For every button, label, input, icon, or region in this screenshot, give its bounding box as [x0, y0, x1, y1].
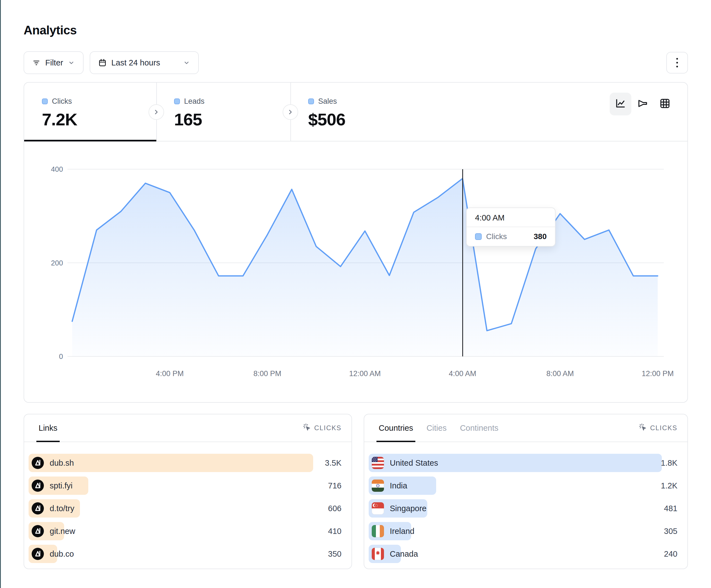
filter-button[interactable]: Filter [24, 51, 84, 74]
y-axis-tick: 200 [51, 259, 63, 267]
x-axis-tick: 4:00 PM [156, 369, 184, 378]
area-chart-svg: 02004004:00 PM8:00 PM12:00 AM4:00 AM8:00… [24, 141, 687, 402]
list-item[interactable]: d.to/try606 [28, 499, 342, 518]
x-axis-tick: 12:00 PM [642, 369, 674, 378]
list-item[interactable]: dub.co350 [28, 545, 342, 563]
stat-card-leads[interactable]: Leads 165 [156, 83, 290, 141]
x-axis-tick: 12:00 AM [349, 369, 381, 378]
flag-ca-icon [372, 548, 384, 560]
row-value: 716 [328, 481, 342, 490]
stat-label-text: Clicks [52, 97, 72, 106]
line-chart-icon [615, 97, 627, 111]
links-metric-selector[interactable]: CLICKS [303, 414, 342, 442]
tab-continents[interactable]: Continents [460, 414, 499, 442]
links-metric-label: CLICKS [314, 424, 342, 432]
links-list: dub.sh3.5Kspti.fyi716d.to/try606git.new4… [28, 454, 342, 567]
row-value: 1.2K [661, 481, 677, 490]
list-item[interactable]: dub.sh3.5K [28, 454, 342, 472]
cursor-click-icon [639, 423, 647, 433]
list-item[interactable]: Canada240 [369, 545, 677, 563]
cursor-click-icon [303, 423, 311, 433]
row-label: Ireland [390, 527, 414, 536]
links-panel: Links CLICKS dub.sh3.5Kspti.fyi716d.to/t… [24, 414, 352, 569]
funnel-chart-icon [637, 97, 649, 111]
clicks-chart[interactable]: 02004004:00 PM8:00 PM12:00 AM4:00 AM8:00… [24, 141, 687, 402]
dub-logo-icon [31, 548, 44, 560]
tab-links[interactable]: Links [39, 414, 58, 442]
flag-sg-icon [372, 502, 384, 515]
stat-value: 165 [174, 110, 290, 129]
countries-panel-header: CountriesCitiesContinents CLICKS [364, 414, 687, 442]
toolbar: Filter Last 24 hours [24, 51, 688, 74]
x-axis-tick: 8:00 AM [546, 369, 574, 378]
y-axis-tick: 400 [51, 165, 63, 173]
dub-logo-icon [31, 525, 44, 537]
analytics-page: Analytics Filter Last 24 hours [0, 0, 711, 588]
row-label: dub.co [50, 549, 74, 559]
flag-us-icon [372, 457, 384, 469]
more-options-button[interactable] [666, 52, 688, 73]
dub-logo-icon [31, 502, 44, 515]
tab-cities[interactable]: Cities [427, 414, 447, 442]
flag-ie-icon [372, 525, 384, 537]
tooltip-series: Clicks [486, 232, 529, 241]
table-view-button[interactable] [654, 93, 676, 115]
row-value: 606 [328, 504, 342, 513]
row-value: 240 [664, 549, 677, 559]
countries-panel: CountriesCitiesContinents CLICKS United … [364, 414, 688, 569]
row-label: Singapore [390, 504, 427, 513]
row-label: India [390, 481, 407, 490]
list-item[interactable]: United States1.8K [369, 454, 677, 472]
stat-card-clicks[interactable]: Clicks 7.2K [24, 83, 156, 141]
stat-label-text: Sales [318, 97, 337, 106]
date-range-button[interactable]: Last 24 hours [90, 51, 199, 74]
row-label: git.new [50, 527, 75, 536]
tooltip-time: 4:00 AM [467, 208, 555, 227]
row-value: 1.8K [661, 458, 677, 468]
filter-icon [32, 58, 41, 67]
stats-row: Clicks 7.2K Leads 165 Sales $506 [24, 83, 687, 141]
kebab-icon [676, 58, 678, 67]
stat-label: Leads [174, 97, 290, 106]
countries-tabs: CountriesCitiesContinents [379, 414, 512, 442]
chart-hover-line [462, 169, 463, 356]
table-grid-icon [659, 97, 671, 111]
tab-countries[interactable]: Countries [379, 414, 413, 442]
countries-metric-label: CLICKS [650, 424, 677, 432]
funnel-chart-view-button[interactable] [632, 93, 653, 115]
chevron-down-icon [67, 59, 75, 67]
row-label: d.to/try [50, 504, 74, 513]
row-label: Canada [390, 549, 418, 559]
sales-legend-chip-icon [308, 98, 314, 104]
y-axis-tick: 0 [59, 352, 63, 361]
expand-clicks-button[interactable] [149, 104, 164, 120]
stat-value: 7.2K [42, 110, 156, 129]
stat-label: Clicks [42, 97, 156, 106]
expand-leads-button[interactable] [283, 104, 298, 120]
list-item[interactable]: git.new410 [28, 522, 342, 540]
list-item[interactable]: Ireland305 [369, 522, 677, 540]
flag-in-icon [372, 479, 384, 492]
analytics-card: Clicks 7.2K Leads 165 Sales $506 [24, 82, 688, 403]
leads-legend-chip-icon [174, 98, 180, 104]
dub-logo-icon [31, 479, 44, 492]
chart-view-switcher [610, 93, 676, 115]
dub-logo-icon [31, 457, 44, 469]
countries-metric-selector[interactable]: CLICKS [639, 414, 677, 442]
tooltip-legend-chip-icon [475, 233, 482, 240]
links-panel-header: Links CLICKS [24, 414, 351, 442]
x-axis-tick: 8:00 PM [254, 369, 281, 378]
list-item[interactable]: spti.fyi716 [28, 476, 342, 495]
list-item[interactable]: Singapore481 [369, 499, 677, 518]
calendar-icon [98, 58, 107, 67]
line-chart-view-button[interactable] [610, 93, 631, 115]
chevron-down-icon [183, 59, 191, 67]
row-value: 350 [328, 549, 342, 559]
page-title: Analytics [24, 23, 77, 37]
list-item[interactable]: India1.2K [369, 476, 677, 495]
row-value: 481 [664, 504, 677, 513]
stat-label-text: Leads [184, 97, 204, 106]
x-axis-tick: 4:00 AM [449, 369, 476, 378]
tooltip-value: 380 [534, 232, 547, 241]
links-tabs: Links [39, 414, 71, 442]
